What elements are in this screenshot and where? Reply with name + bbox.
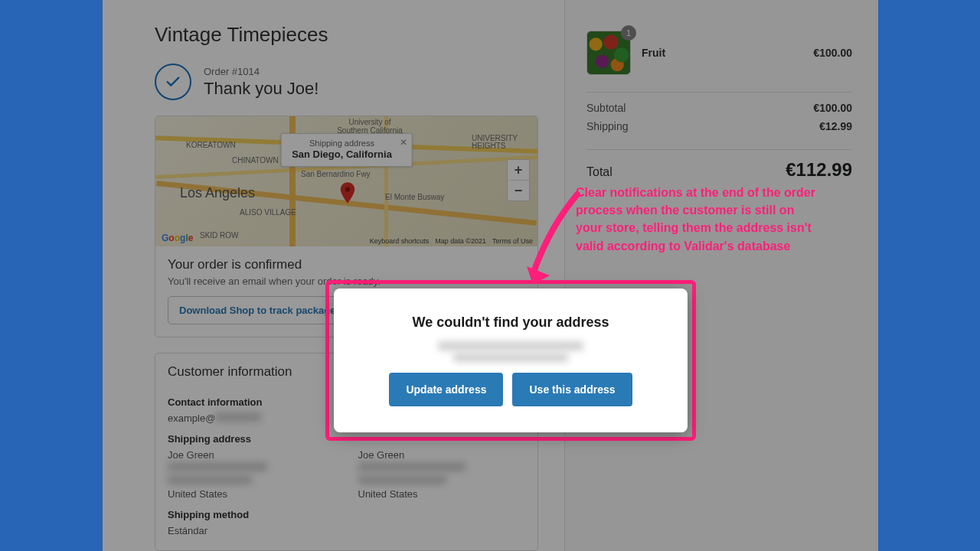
checkout-window: Vintage Timepieces Order #1014 Thank you… bbox=[103, 0, 878, 551]
redacted-line: x bbox=[168, 462, 267, 471]
map[interactable]: Los Angeles CHINATOWN KOREATOWN ALISO VI… bbox=[155, 116, 537, 246]
map-shortcuts-link[interactable]: Keyboard shortcuts bbox=[370, 237, 430, 245]
total-label: Total bbox=[586, 165, 612, 179]
subtotal-row: Subtotal €100.00 bbox=[586, 102, 852, 114]
thank-you-heading: Thank you Joe! bbox=[204, 79, 318, 99]
subtotal-label: Subtotal bbox=[586, 102, 626, 114]
order-confirmation-header: Order #1014 Thank you Joe! bbox=[155, 64, 538, 100]
shipping-method-heading: Shipping method bbox=[168, 509, 335, 520]
map-zoom-control[interactable]: + − bbox=[507, 159, 530, 201]
billing-country: United States bbox=[358, 488, 526, 500]
shipping-label: Shipping bbox=[586, 120, 629, 132]
modal-title: We couldn't find your address bbox=[413, 315, 609, 331]
map-tooltip-location: San Diego, California bbox=[292, 148, 392, 160]
update-address-button[interactable]: Update address bbox=[389, 373, 503, 406]
svg-point-0 bbox=[345, 187, 349, 191]
map-district-skid: SKID ROW bbox=[200, 231, 239, 240]
zoom-in-button[interactable]: + bbox=[508, 160, 529, 181]
address-warning-modal: We couldn't find your address x x Update… bbox=[334, 289, 688, 432]
redacted-line: x bbox=[358, 462, 466, 471]
contact-info-heading: Contact information bbox=[168, 396, 335, 408]
shipping-name: Joe Green bbox=[168, 449, 335, 461]
map-tooltip-label: Shipping address bbox=[292, 139, 392, 148]
product-thumbnail: 1 bbox=[586, 31, 631, 75]
shipping-method-value: Estándar bbox=[168, 525, 335, 536]
billing-name: Joe Green bbox=[358, 449, 526, 461]
map-district-koreatown: KOREATOWN bbox=[186, 141, 236, 149]
order-summary-column: 1 Fruit €100.00 Subtotal €100.00 Shippin… bbox=[565, 0, 878, 551]
map-terms-link[interactable]: Terms of Use bbox=[492, 237, 533, 245]
cart-line-item: 1 Fruit €100.00 bbox=[586, 31, 852, 75]
redacted-line: x bbox=[358, 475, 446, 484]
shipping-value: €12.99 bbox=[819, 120, 852, 132]
check-circle-icon bbox=[155, 64, 191, 100]
total-value: €112.99 bbox=[786, 159, 852, 181]
order-details-column: Vintage Timepieces Order #1014 Thank you… bbox=[103, 0, 565, 551]
shipping-country: United States bbox=[168, 488, 335, 500]
shipping-address-heading: Shipping address bbox=[168, 433, 335, 445]
shop-name: Vintage Timepieces bbox=[155, 23, 538, 47]
map-busway-label: El Monte Busway bbox=[385, 193, 444, 201]
order-confirmed-heading: Your order is confirmed bbox=[168, 257, 525, 272]
map-district-aliso: ALISO VILLAGE bbox=[240, 208, 296, 217]
map-data-label: Map data ©2021 bbox=[435, 237, 486, 245]
map-usc-label: University of Southern California bbox=[335, 118, 404, 135]
use-this-address-button[interactable]: Use this address bbox=[512, 373, 632, 406]
annotation-highlight-box: We couldn't find your address x x Update… bbox=[325, 280, 696, 441]
google-logo: Google bbox=[162, 233, 193, 243]
map-pin-icon bbox=[339, 182, 356, 207]
map-tooltip: ✕ Shipping address San Diego, California bbox=[280, 133, 413, 167]
close-icon[interactable]: ✕ bbox=[400, 137, 407, 148]
zoom-out-button[interactable]: − bbox=[508, 181, 529, 201]
map-sanb-label: San Bernardino Fwy bbox=[301, 170, 371, 178]
shipping-row: Shipping €12.99 bbox=[586, 120, 852, 132]
modal-redacted-address: x x bbox=[438, 341, 583, 362]
map-district-chinatown: CHINATOWN bbox=[232, 156, 279, 165]
quantity-badge: 1 bbox=[621, 25, 636, 41]
product-name: Fruit bbox=[642, 47, 802, 59]
contact-email: example@xxxxxx bbox=[168, 412, 335, 424]
product-price: €100.00 bbox=[813, 47, 852, 59]
map-credits: Keyboard shortcuts Map data ©2021 Terms … bbox=[370, 237, 533, 245]
subtotal-value: €100.00 bbox=[813, 102, 852, 114]
map-univhts-label: UNIVERSITY HEIGHTS bbox=[472, 135, 533, 150]
map-city-label: Los Angeles bbox=[180, 185, 255, 201]
total-row: Total €112.99 bbox=[586, 159, 852, 181]
order-number: Order #1014 bbox=[204, 66, 318, 77]
redacted-line: x bbox=[168, 475, 252, 484]
download-shop-button[interactable]: Download Shop to track package bbox=[168, 296, 347, 324]
